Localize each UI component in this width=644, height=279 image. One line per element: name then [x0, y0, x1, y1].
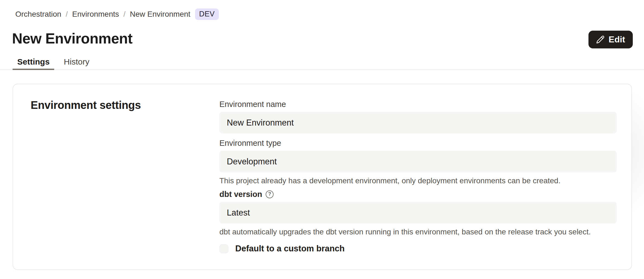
environment-type-value: Development: [227, 157, 277, 167]
environment-type-input[interactable]: Development: [219, 151, 617, 172]
breadcrumb-separator: /: [66, 10, 68, 19]
environment-type-helper: This project already has a development e…: [219, 176, 617, 185]
environment-settings-form: Environment name New Environment Environ…: [219, 99, 617, 254]
help-icon[interactable]: ?: [266, 190, 274, 198]
dbt-version-value: Latest: [227, 208, 250, 218]
custom-branch-checkbox[interactable]: [219, 244, 228, 253]
pencil-icon: [596, 35, 605, 44]
tab-settings[interactable]: Settings: [13, 55, 54, 70]
environment-settings-card: Environment settings Environment name Ne…: [13, 84, 632, 270]
dbt-version-label-row: dbt version ?: [219, 189, 617, 199]
breadcrumb: Orchestration / Environments / New Envir…: [15, 8, 219, 20]
dbt-version-input[interactable]: Latest: [219, 202, 617, 223]
environment-name-value: New Environment: [227, 118, 294, 128]
dbt-version-label: dbt version: [219, 189, 262, 199]
custom-branch-label: Default to a custom branch: [235, 244, 345, 254]
tab-bar: Settings History: [13, 55, 94, 70]
breadcrumb-environments[interactable]: Environments: [72, 10, 119, 19]
breadcrumb-orchestration[interactable]: Orchestration: [15, 10, 61, 19]
dbt-version-helper: dbt automatically upgrades the dbt versi…: [219, 227, 617, 237]
tab-history[interactable]: History: [59, 55, 94, 70]
environment-dev-badge: DEV: [195, 8, 219, 20]
edit-button[interactable]: Edit: [588, 31, 633, 48]
breadcrumb-new-environment: New Environment: [130, 10, 190, 19]
environment-name-input[interactable]: New Environment: [219, 112, 617, 133]
environment-name-label: Environment name: [219, 99, 617, 109]
edit-button-label: Edit: [609, 34, 625, 45]
environment-type-label: Environment type: [219, 138, 617, 148]
tab-bar-divider: [0, 69, 644, 70]
section-heading: Environment settings: [31, 99, 141, 111]
breadcrumb-separator: /: [123, 10, 126, 19]
custom-branch-row: Default to a custom branch: [219, 244, 617, 254]
page-title: New Environment: [12, 30, 132, 47]
environment-settings-page: Orchestration / Environments / New Envir…: [0, 0, 644, 279]
